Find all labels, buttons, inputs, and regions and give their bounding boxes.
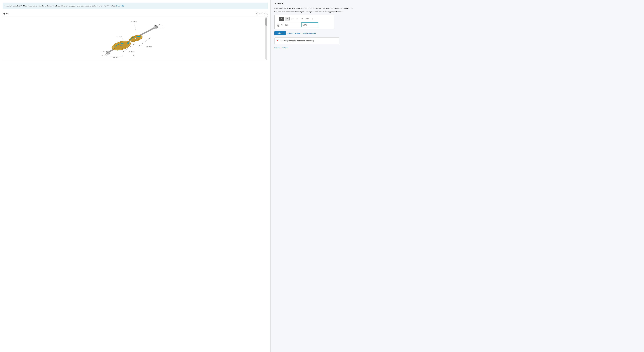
matrix-button[interactable]: ⊞ [279,17,284,21]
svg-line-7 [160,24,162,26]
left-panel: The shaft is made of A-36 steel and has … [0,0,270,352]
part-collapse-arrow[interactable]: ▼ [274,3,276,5]
equals-sign: = [280,24,282,26]
error-message: Incorrect; Try Again; 3 attempts remaini… [280,40,314,42]
gear-figure-svg: C D B A [4,18,265,59]
svg-text:2 kN·m: 2 kN·m [131,20,136,22]
figure-next-button[interactable]: › [264,12,268,15]
action-row: Submit Previous Answers Request Answer [274,31,640,35]
figure-link[interactable]: (Figure 1) [116,5,124,7]
matrix-icon: ⊞ [281,18,282,20]
refresh-icon: ↺ [301,18,303,20]
problem-text: The shaft is made of A-36 steel and has … [5,5,116,7]
figure-image-area: C D B A [3,17,268,60]
error-icon: ✕ [277,39,278,42]
figure-nav-count: 1 of 1 [259,13,264,15]
part-title: Part A [278,3,284,5]
svg-text:600 mm: 600 mm [129,51,134,53]
tau-label: τ absmax [277,23,279,27]
part-instruction: Express your answer to three significant… [274,11,640,13]
submit-button[interactable]: Submit [274,31,286,35]
svg-text:600 mm: 600 mm [113,56,118,58]
toolbar: ⊞ μÅ ↩ ↪ ↺ ⌨ ? [276,17,332,21]
previous-answers-link[interactable]: Previous Answers [288,32,301,34]
svg-text:600 mm: 600 mm [146,46,152,47]
right-panel: ▼ Part A If it is subjected to the gear … [270,0,644,352]
tau-subscript: absmax [277,24,279,27]
value-input[interactable] [284,22,300,27]
answer-box: ⊞ μÅ ↩ ↪ ↺ ⌨ ? τ absmax [274,15,334,29]
mu-icon: μÅ [286,18,288,20]
svg-line-8 [161,28,164,28]
refresh-button[interactable]: ↺ [300,17,304,21]
undo-icon: ↩ [292,18,293,20]
unit-input[interactable] [302,22,318,27]
figure-scrollbar-thumb [265,18,267,26]
provide-feedback-container: Provide Feedback [274,47,640,49]
figure-header: Figure ‹ 1 of 1 › [2,12,268,15]
redo-button[interactable]: ↪ [295,17,300,21]
figure-container: C D B A [2,16,268,60]
svg-line-12 [101,51,104,52]
keyboard-icon: ⌨ [306,18,308,20]
svg-text:A: A [106,55,108,57]
svg-point-2 [107,52,109,54]
svg-text:C: C [120,45,122,47]
figure-title: Figure [2,13,8,15]
request-answer-link[interactable]: Request Answer [303,32,316,34]
provide-feedback-link[interactable]: Provide Feedback [274,47,288,49]
svg-text:4 kN·m: 4 kN·m [117,36,122,38]
figure-prev-button[interactable]: ‹ [255,12,258,15]
svg-line-29 [122,38,124,41]
problem-statement: The shaft is made of A-36 steel and has … [2,3,268,9]
input-row: τ absmax = [276,22,332,27]
mu-button[interactable]: μÅ [285,17,290,21]
error-box: ✕ Incorrect; Try Again; 3 attempts remai… [274,38,339,44]
tau-symbol: τ [278,23,278,24]
svg-text:▼: ▼ [133,54,135,57]
redo-icon: ↪ [296,18,298,20]
part-header: ▼ Part A [274,3,640,5]
undo-button[interactable]: ↩ [290,17,294,21]
help-icon: ? [312,18,312,20]
figure-nav: ‹ 1 of 1 › [255,12,268,15]
figure-scrollbar[interactable] [265,17,267,60]
help-button[interactable]: ? [310,17,314,21]
figure-section: Figure ‹ 1 of 1 › [2,12,268,60]
svg-text:B: B [154,24,156,26]
part-description: If it is subjected to the gear torques s… [274,7,640,10]
svg-line-27 [134,23,136,31]
keyboard-button[interactable]: ⌨ [305,17,309,21]
svg-text:D: D [135,37,136,39]
svg-line-11 [102,55,105,56]
